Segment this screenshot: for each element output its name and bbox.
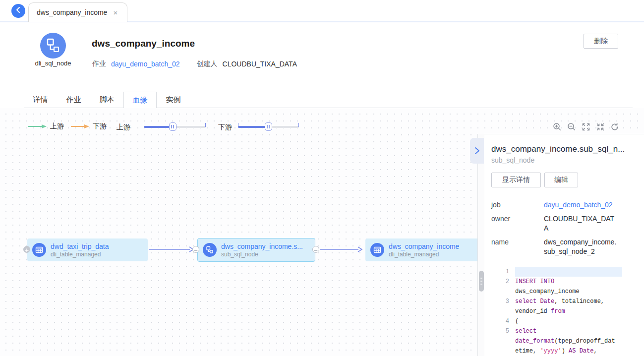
node-title: dwd_taxi_trip_data bbox=[51, 242, 109, 251]
panel-subtitle: sub_sql_node bbox=[491, 156, 632, 164]
upstream-legend-label: 上游 bbox=[50, 122, 64, 131]
collapse-left-port[interactable] bbox=[192, 246, 199, 253]
node-subtitle: dli_table_managed bbox=[51, 251, 109, 258]
tab-scripts[interactable]: 脚本 bbox=[90, 92, 123, 108]
zoom-in-icon[interactable] bbox=[552, 122, 562, 132]
header-meta: 作业 dayu_demo_batch_02 创建人 CLOUDBU_TIXA_D… bbox=[92, 59, 297, 68]
sql-code-viewer: 1 2 INSERT INTO dws_company_income 3 sel… bbox=[491, 267, 632, 356]
details-panel: dws_company_income.sub_sql_n... sub_sql_… bbox=[477, 134, 644, 356]
line-number: 2 bbox=[491, 277, 515, 297]
code-line: 4 ( bbox=[491, 316, 632, 326]
plus-icon bbox=[24, 247, 30, 253]
node-title: dws_company_income.s... bbox=[221, 242, 303, 251]
details-panel-body: dws_company_income.sub_sql_n... sub_sql_… bbox=[484, 134, 644, 356]
chevron-left-icon bbox=[11, 3, 25, 19]
line-number: 4 bbox=[491, 316, 515, 326]
back-button[interactable] bbox=[11, 4, 25, 18]
code-text: ( bbox=[515, 316, 622, 326]
document-tab-title: dws_company_income bbox=[37, 8, 107, 16]
table-icon bbox=[370, 243, 384, 257]
field-value-owner: CLOUDBU_TIXA_DATA bbox=[544, 214, 618, 233]
downstream-legend-label: 下游 bbox=[93, 122, 107, 131]
field-label-name: name bbox=[491, 237, 544, 256]
tab-instances[interactable]: 实例 bbox=[157, 92, 190, 108]
close-icon[interactable]: × bbox=[113, 8, 117, 17]
expand-fullscreen-icon[interactable] bbox=[581, 122, 591, 132]
downstream-slider-label: 下游 bbox=[218, 123, 232, 132]
job-label: 作业 bbox=[92, 59, 106, 68]
delete-button[interactable]: 删除 bbox=[584, 34, 618, 49]
field-list: job dayu_demo_batch_02 owner CLOUDBU_TIX… bbox=[491, 200, 632, 256]
downstream-arrow-icon bbox=[71, 124, 90, 129]
tab-lineage[interactable]: 血缘 bbox=[123, 92, 157, 109]
scrollbar-thumb[interactable] bbox=[479, 271, 484, 292]
code-line: 2 INSERT INTO dws_company_income bbox=[491, 277, 632, 297]
sql-node-icon bbox=[203, 243, 217, 257]
edge-arrow bbox=[320, 246, 363, 253]
code-text: select date_format(tpep_dropoff_datetime… bbox=[515, 326, 622, 356]
field-label-owner: owner bbox=[491, 214, 544, 233]
sql-node-icon bbox=[40, 33, 66, 59]
upstream-slider-handle[interactable] bbox=[169, 122, 176, 131]
edit-button[interactable]: 编辑 bbox=[544, 173, 578, 187]
field-value-job[interactable]: dayu_demo_batch_02 bbox=[544, 200, 618, 210]
field-value-name: dws_company_income.sub_sql_node_2 bbox=[544, 237, 618, 256]
node-type-icon bbox=[40, 33, 66, 59]
upstream-arrow-icon bbox=[28, 124, 47, 129]
collapse-right-port[interactable] bbox=[312, 246, 319, 253]
lineage-node-dws-company-income[interactable]: dws_company_income dli_table_managed bbox=[365, 238, 484, 261]
page-title: dws_company_income bbox=[92, 38, 195, 49]
line-number: 3 bbox=[491, 297, 515, 316]
creator-label: 创建人 bbox=[197, 59, 218, 68]
code-text bbox=[515, 267, 622, 277]
code-text: INSERT INTO dws_company_income bbox=[515, 277, 622, 297]
canvas-scrollbar[interactable] bbox=[477, 134, 484, 356]
node-subtitle: sub_sql_node bbox=[221, 251, 303, 258]
show-details-button[interactable]: 显示详情 bbox=[491, 173, 541, 187]
tab-jobs[interactable]: 作业 bbox=[57, 92, 90, 108]
collapse-fullscreen-icon[interactable] bbox=[595, 122, 605, 132]
minus-icon bbox=[193, 247, 199, 253]
chevron-right-icon bbox=[473, 147, 480, 155]
zoom-out-icon[interactable] bbox=[567, 122, 577, 132]
code-text: select Date, totalincome, vendor_id from bbox=[515, 297, 622, 316]
expand-upstream-port[interactable] bbox=[23, 246, 30, 253]
downstream-slider[interactable] bbox=[238, 126, 299, 128]
lineage-legend: 上游 下游 bbox=[28, 122, 114, 131]
tab-details[interactable]: 详情 bbox=[24, 92, 57, 108]
creator-value: CLOUDBU_TIXA_DATA bbox=[223, 60, 297, 68]
table-icon bbox=[32, 243, 46, 257]
code-line: 5 select date_format(tpep_dropoff_dateti… bbox=[491, 326, 632, 356]
top-bar: dws_company_income × bbox=[0, 0, 644, 22]
page: dws_company_income × dli_sql_node dws_co… bbox=[0, 0, 644, 356]
node-title: dws_company_income bbox=[389, 242, 459, 251]
node-type-label: dli_sql_node bbox=[26, 59, 80, 67]
edge-arrow bbox=[149, 246, 194, 253]
panel-collapse-handle[interactable] bbox=[470, 138, 484, 164]
document-tab[interactable]: dws_company_income × bbox=[28, 2, 127, 22]
upstream-slider[interactable] bbox=[144, 126, 206, 128]
lineage-node-sub-sql-node[interactable]: dws_company_income.s... sub_sql_node bbox=[197, 238, 315, 262]
panel-title: dws_company_income.sub_sql_n... bbox=[491, 144, 632, 154]
line-number: 5 bbox=[491, 326, 515, 356]
job-link[interactable]: dayu_demo_batch_02 bbox=[111, 60, 180, 68]
refresh-icon[interactable] bbox=[610, 122, 620, 132]
upstream-slider-label: 上游 bbox=[117, 123, 130, 132]
code-line: 3 select Date, totalincome, vendor_id fr… bbox=[491, 297, 632, 316]
code-line: 1 bbox=[491, 267, 632, 277]
node-subtitle: dli_table_managed bbox=[389, 251, 459, 258]
lineage-node-dwd-taxi-trip-data[interactable]: dwd_taxi_trip_data dli_table_managed bbox=[27, 238, 148, 261]
field-label-job: job bbox=[491, 200, 544, 210]
tab-bar: 详情 作业 脚本 血缘 实例 bbox=[24, 92, 633, 108]
line-number: 1 bbox=[491, 267, 515, 277]
minus-icon bbox=[313, 247, 319, 253]
downstream-slider-handle[interactable] bbox=[265, 122, 272, 131]
